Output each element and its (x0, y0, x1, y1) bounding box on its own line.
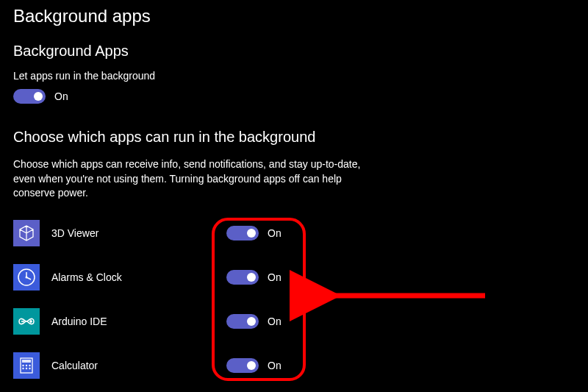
master-toggle[interactable] (13, 89, 46, 104)
app-toggle-state: On (268, 316, 282, 327)
app-toggle-calculator[interactable] (226, 358, 259, 373)
cube-icon (13, 220, 40, 246)
calculator-icon (13, 352, 40, 379)
app-name: Alarms & Clock (51, 271, 226, 283)
list-item: Alarms & Clock On (13, 261, 575, 293)
app-toggle-wrap: On (226, 226, 282, 240)
app-toggle-wrap: On (226, 358, 282, 373)
app-toggle-wrap: On (226, 270, 282, 285)
app-toggle-wrap: On (226, 314, 282, 329)
clock-icon (13, 264, 40, 291)
svg-point-14 (26, 365, 27, 366)
list-item: 3D Viewer On (13, 217, 575, 249)
app-toggle-state: On (268, 360, 282, 371)
svg-point-17 (26, 368, 27, 369)
app-toggle-state: On (268, 227, 282, 239)
arduino-icon (13, 308, 40, 335)
app-toggle-arduino-ide[interactable] (226, 314, 259, 329)
app-name: Arduino IDE (51, 316, 226, 327)
svg-point-15 (29, 365, 30, 366)
svg-point-16 (22, 368, 24, 369)
app-toggle-3d-viewer[interactable] (226, 226, 259, 240)
svg-point-13 (22, 365, 24, 366)
app-toggle-alarms-clock[interactable] (226, 270, 259, 285)
master-toggle-state: On (54, 90, 68, 102)
svg-point-18 (29, 368, 30, 369)
list-item: Calculator On (13, 349, 575, 382)
app-list: 3D Viewer On Alarms & Clock On Arduino I… (13, 217, 575, 382)
app-name: Calculator (51, 360, 226, 371)
choose-title: Choose which apps can run in the backgro… (13, 129, 575, 146)
svg-rect-12 (22, 360, 31, 363)
list-item: Arduino IDE On (13, 305, 575, 338)
section-title: Background Apps (13, 43, 575, 60)
master-toggle-row: On (13, 89, 575, 104)
settings-page: Background apps Background Apps Let apps… (0, 0, 588, 392)
master-toggle-label: Let apps run in the background (13, 70, 575, 82)
app-name: 3D Viewer (51, 227, 226, 239)
choose-description: Choose which apps can receive info, send… (13, 157, 366, 201)
page-title: Background apps (13, 6, 575, 26)
app-toggle-state: On (268, 271, 282, 283)
